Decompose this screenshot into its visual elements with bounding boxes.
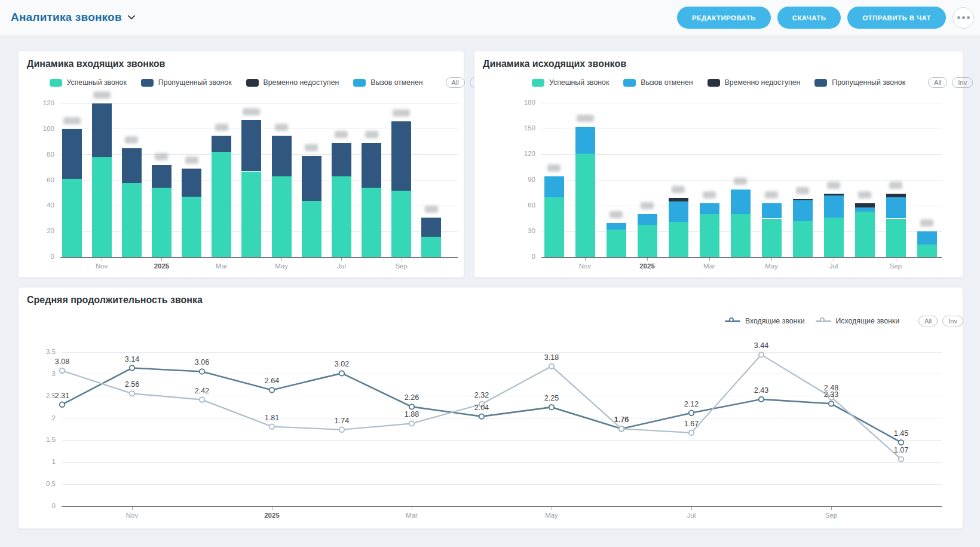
bar-segment[interactable]	[638, 214, 657, 224]
bar-segment[interactable]	[332, 143, 351, 176]
bar-segment[interactable]	[92, 157, 112, 257]
bar-segment[interactable]	[669, 198, 688, 201]
legend-item[interactable]: Пропущенный звонок	[814, 78, 905, 87]
bar-segment[interactable]	[669, 201, 688, 222]
bar-segment[interactable]	[669, 222, 688, 257]
data-point[interactable]	[549, 363, 554, 368]
bar-segment[interactable]	[855, 212, 875, 257]
bar-segment[interactable]	[575, 127, 595, 153]
bar-segment[interactable]	[886, 197, 906, 219]
bar-segment[interactable]	[886, 194, 906, 197]
bar-segment[interactable]	[731, 190, 751, 215]
legend-item[interactable]: Временно недоступен	[708, 78, 801, 87]
bar-segment[interactable]	[793, 200, 813, 221]
header-button-send-to-chat[interactable]: ОТПРАВИТЬ В ЧАТ	[847, 7, 946, 29]
bar-segment[interactable]	[607, 230, 626, 257]
data-point[interactable]	[409, 404, 414, 409]
bar-segment[interactable]	[182, 197, 201, 257]
data-point[interactable]	[60, 368, 65, 373]
bar-segment[interactable]	[700, 203, 719, 215]
bar-segment[interactable]	[212, 152, 231, 257]
data-point[interactable]	[270, 424, 274, 429]
bar-segment[interactable]	[272, 136, 292, 177]
more-options-button[interactable]	[953, 7, 974, 29]
data-point[interactable]	[689, 430, 694, 435]
bar-segment[interactable]	[122, 148, 142, 183]
bar-segment[interactable]	[62, 179, 82, 257]
bar-segment[interactable]	[544, 197, 564, 257]
bar-segment[interactable]	[152, 165, 172, 188]
filter-all-button[interactable]: All	[928, 77, 947, 88]
data-point[interactable]	[759, 397, 764, 402]
bar-segment[interactable]	[391, 121, 411, 191]
header-button-download[interactable]: СКАЧАТЬ	[777, 7, 841, 29]
report-title-dropdown[interactable]: Аналитика звонков	[11, 0, 135, 35]
legend-item[interactable]: Временно недоступен	[246, 78, 339, 87]
data-point[interactable]	[130, 391, 134, 396]
bar-segment[interactable]	[62, 129, 82, 179]
legend-item[interactable]: Успешный звонок	[532, 78, 609, 87]
bar-segment[interactable]	[762, 203, 782, 219]
legend-item[interactable]: Вызов отменен	[353, 78, 422, 87]
bar-segment[interactable]	[824, 194, 844, 195]
data-point[interactable]	[619, 426, 624, 431]
legend-label: Пропущенный звонок	[158, 78, 232, 87]
bar-segment[interactable]	[332, 176, 351, 257]
bar-segment[interactable]	[824, 195, 844, 218]
bar-segment[interactable]	[92, 103, 112, 157]
data-point[interactable]	[409, 421, 414, 426]
legend-item[interactable]: Вызов отменен	[623, 78, 693, 87]
bar-segment[interactable]	[302, 201, 321, 257]
bar-segment[interactable]	[152, 188, 172, 257]
bar-segment[interactable]	[824, 218, 844, 257]
data-point[interactable]	[200, 397, 204, 402]
bar-segment[interactable]	[700, 214, 719, 257]
bar-segment[interactable]	[638, 225, 657, 257]
data-point[interactable]	[899, 457, 904, 462]
data-point[interactable]	[549, 405, 554, 410]
bar-segment[interactable]	[762, 219, 782, 258]
bar-segment[interactable]	[793, 199, 813, 201]
bar-segment[interactable]	[241, 120, 261, 172]
data-point[interactable]	[270, 387, 274, 392]
bar-segment[interactable]	[272, 176, 292, 257]
bar-segment[interactable]	[855, 207, 875, 212]
legend-item[interactable]: Успешный звонок	[50, 78, 127, 87]
bar-segment[interactable]	[362, 188, 381, 257]
bar-segment[interactable]	[575, 154, 595, 257]
data-point[interactable]	[829, 401, 834, 406]
data-point[interactable]	[130, 365, 134, 370]
data-point[interactable]	[339, 427, 344, 432]
bar-segment[interactable]	[421, 237, 441, 257]
data-point[interactable]	[759, 352, 764, 357]
data-point[interactable]	[200, 369, 204, 374]
bar-segment[interactable]	[391, 191, 411, 257]
header-button-edit[interactable]: РЕДАКТИРОВАТЬ	[677, 7, 771, 29]
bar-segment[interactable]	[855, 203, 875, 207]
data-point[interactable]	[479, 414, 484, 418]
data-point[interactable]	[339, 371, 344, 375]
legend-item[interactable]: Пропущенный звонок	[141, 78, 232, 87]
bar-segment[interactable]	[421, 218, 441, 237]
bar-segment[interactable]	[182, 169, 201, 197]
bar-segment[interactable]	[241, 172, 261, 257]
bar-segment[interactable]	[362, 143, 381, 188]
bar-segment[interactable]	[607, 223, 626, 230]
bar-segment[interactable]	[886, 219, 906, 258]
bar-segment[interactable]	[122, 183, 142, 257]
chart-title-incoming: Динамика входящих звонков	[27, 59, 165, 69]
bar-segment[interactable]	[212, 136, 231, 152]
bar-segment[interactable]	[917, 245, 937, 258]
filter-all-button[interactable]: All	[446, 77, 465, 88]
data-point[interactable]	[899, 440, 904, 445]
bar-segment[interactable]	[793, 221, 813, 257]
data-point[interactable]	[60, 402, 65, 407]
bar-segment[interactable]	[302, 156, 321, 201]
data-point[interactable]	[689, 411, 694, 415]
filter-inv-button[interactable]: Inv	[952, 77, 973, 88]
x-axis-tick	[161, 258, 162, 261]
bar-segment[interactable]	[731, 214, 751, 257]
bar-segment[interactable]	[917, 231, 937, 245]
bar-segment[interactable]	[544, 176, 564, 197]
x-axis-tick-label: May	[262, 262, 301, 270]
